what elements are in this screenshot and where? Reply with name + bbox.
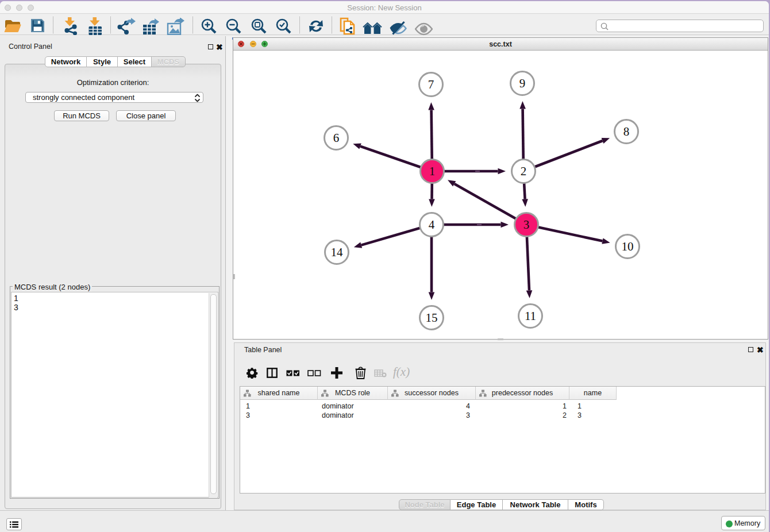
svg-text:3: 3	[523, 218, 530, 232]
svg-text:14: 14	[331, 245, 344, 259]
svg-text:6: 6	[333, 131, 340, 145]
svg-text:11: 11	[525, 309, 536, 323]
svg-text:7: 7	[428, 78, 434, 91]
svg-text:4: 4	[429, 218, 435, 232]
svg-text:1: 1	[429, 164, 436, 178]
svg-text:8: 8	[623, 125, 630, 138]
svg-text:15: 15	[426, 311, 438, 325]
svg-text:2: 2	[521, 164, 527, 178]
svg-text:10: 10	[622, 240, 634, 253]
svg-text:9: 9	[519, 76, 526, 90]
